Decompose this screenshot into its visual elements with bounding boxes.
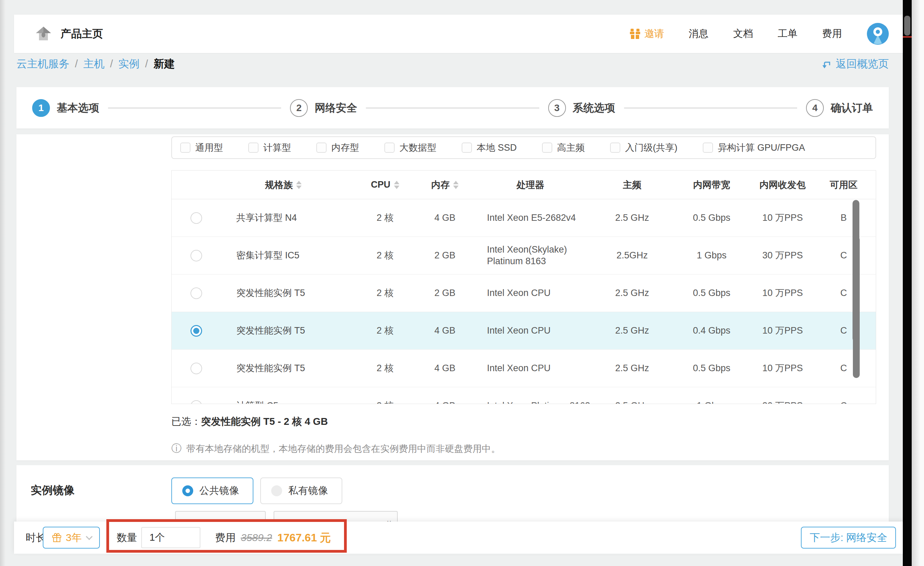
checkbox-icon[interactable]: [180, 142, 190, 153]
column-header[interactable]: 规格族: [221, 179, 346, 191]
image-type-option[interactable]: 公共镜像: [171, 478, 254, 504]
table-row[interactable]: 突发性能实例 T5 2 核 4 GB Intel Xeon CPU 2.5 GH…: [172, 312, 876, 350]
nav-messages[interactable]: 消息: [689, 27, 708, 41]
row-radio[interactable]: [190, 362, 202, 374]
table-row[interactable]: 突发性能实例 T5 2 核 4 GB Intel Xeon CPU 2.5 GH…: [172, 350, 876, 387]
spec-table-body: 共享计算型 N4 2 核 4 GB Intel Xeon E5-2682v4 2…: [172, 199, 876, 404]
page: 产品主页 邀请 消息 文档 工单 费用: [0, 0, 924, 566]
nav-billing[interactable]: 费用: [822, 27, 842, 41]
breadcrumb-row: 云主机服务 / 主机 / 实例 / 新建 返回概览页: [16, 54, 889, 74]
table-scrollbar-thumb[interactable]: [852, 200, 860, 342]
checkbox-icon[interactable]: [542, 142, 552, 153]
selected-summary: 已选：突发性能实例 T5 - 2 核 4 GB: [171, 415, 876, 428]
os-select-partial[interactable]: [175, 511, 266, 521]
filter-checkbox-item[interactable]: 大数据型: [384, 142, 436, 154]
sort-arrows-icon[interactable]: [394, 181, 399, 189]
column-header[interactable]: CPU: [346, 180, 424, 190]
step-indicator: 1 基本选项 2 网络安全 3 系统选项 4 确认订单: [16, 87, 889, 129]
filter-checkbox-item[interactable]: 计算型: [248, 142, 291, 154]
filter-checkbox-item[interactable]: 本地 SSD: [462, 142, 517, 154]
filter-checkbox-item[interactable]: 异构计算 GPU/FPGA: [703, 142, 805, 154]
column-header-label: 处理器: [517, 179, 544, 191]
cell-processor: Intel Xeon Platinum 8163: [465, 400, 596, 404]
row-radio[interactable]: [190, 287, 202, 299]
row-radio[interactable]: [190, 212, 202, 224]
avatar[interactable]: [867, 22, 889, 45]
duration-select[interactable]: 3年: [43, 527, 100, 548]
cell-spec-family: 突发性能实例 T5: [221, 362, 346, 374]
selected-summary-value: 突发性能实例 T5 - 2 核 4 GB: [201, 416, 328, 427]
checkbox-icon[interactable]: [610, 142, 620, 153]
cell-zone: B: [811, 212, 876, 224]
cell-pps: 10 万PPS: [754, 362, 811, 374]
filter-checkbox-item[interactable]: 入门级(共享): [610, 142, 678, 154]
cell-bandwidth: 1 Gbps: [669, 400, 754, 404]
browser-scrollbar-thumb[interactable]: [904, 16, 910, 36]
column-header-label: CPU: [371, 180, 390, 190]
row-radio[interactable]: [190, 325, 202, 337]
version-select-partial[interactable]: ..: [274, 511, 398, 521]
cell-memory: 4 GB: [424, 325, 465, 337]
column-header[interactable]: 内网收发包: [754, 179, 811, 191]
back-to-overview-link[interactable]: 返回概览页: [821, 57, 889, 71]
checkbox-icon[interactable]: [384, 142, 394, 153]
info-icon: ⓘ: [171, 442, 182, 455]
breadcrumb-current: 新建: [153, 57, 175, 71]
row-radio[interactable]: [190, 400, 202, 404]
quantity-input[interactable]: [141, 527, 200, 548]
table-row[interactable]: 计算型 C5 2 核 4 GB Intel Xeon Platinum 8163…: [172, 387, 876, 404]
spec-selection-card: 通用型 计算型 内存型 大数据型: [16, 134, 889, 460]
row-radio[interactable]: [190, 250, 202, 262]
column-header[interactable]: 主频: [596, 179, 669, 191]
cell-frequency: 2.5 GHz: [596, 362, 669, 374]
cell-zone: C: [811, 325, 876, 337]
column-header-label: 主频: [623, 179, 642, 191]
step-1-circle: 1: [32, 99, 50, 117]
step-1-label: 基本选项: [57, 101, 99, 115]
browser-scrollbar-track[interactable]: [903, 0, 912, 566]
table-row[interactable]: 密集计算型 IC5 2 核 2 GB Intel Xeon(Skylake) P…: [172, 237, 876, 274]
filter-checkbox-item[interactable]: 通用型: [180, 142, 223, 154]
sort-arrows-icon[interactable]: [453, 181, 459, 189]
filter-checkbox-item[interactable]: 高主频: [542, 142, 585, 154]
filter-label: 大数据型: [399, 142, 436, 154]
quantity-label: 数量: [117, 521, 137, 554]
checkbox-icon[interactable]: [316, 142, 327, 153]
checkbox-icon[interactable]: [462, 142, 472, 153]
sort-arrows-icon[interactable]: [296, 181, 302, 189]
cell-spec-family: 密集计算型 IC5: [221, 250, 346, 262]
back-to-overview-label: 返回概览页: [836, 57, 889, 71]
nav-tickets[interactable]: 工单: [778, 27, 798, 41]
filter-checkbox-item[interactable]: 内存型: [316, 142, 359, 154]
table-row[interactable]: 共享计算型 N4 2 核 4 GB Intel Xeon E5-2682v4 2…: [172, 199, 876, 237]
option-label: 私有镜像: [288, 484, 328, 498]
instance-image-label: 实例镜像: [31, 483, 75, 498]
breadcrumb-instance[interactable]: 实例: [118, 57, 140, 71]
breadcrumb-service[interactable]: 云主机服务: [16, 57, 69, 71]
column-header[interactable]: 内存: [424, 179, 465, 191]
cell-memory: 4 GB: [424, 400, 465, 404]
option-radio[interactable]: [271, 485, 282, 496]
cell-processor: Intel Xeon CPU: [465, 325, 596, 337]
filter-label: 计算型: [263, 142, 291, 154]
home-icon[interactable]: [35, 26, 52, 42]
image-type-option[interactable]: 私有镜像: [260, 478, 342, 504]
scrollbar-marker: [903, 36, 912, 37]
brand: 产品主页: [35, 26, 103, 42]
bottom-bar: 时长 3年 数量 费用 3589.2 1767.61 元 下一步: 网络安全: [14, 521, 903, 554]
table-row[interactable]: 突发性能实例 T5 2 核 2 GB Intel Xeon CPU 2.5 GH…: [172, 274, 876, 312]
column-header-label: 内存: [431, 179, 450, 191]
breadcrumb-host[interactable]: 主机: [84, 57, 105, 71]
column-header[interactable]: 可用区: [811, 179, 876, 191]
checkbox-icon[interactable]: [703, 142, 713, 153]
next-step-button[interactable]: 下一步: 网络安全: [801, 527, 896, 548]
nav-invite[interactable]: 邀请: [630, 27, 664, 41]
cell-frequency: 2.5 GHz: [596, 287, 669, 299]
nav-docs[interactable]: 文档: [733, 27, 753, 41]
checkbox-icon[interactable]: [248, 142, 258, 153]
cell-frequency: 2.5 GHz: [596, 400, 669, 404]
cell-frequency: 2.5GHz: [596, 250, 669, 262]
column-header[interactable]: 内网带宽: [669, 179, 754, 191]
option-radio[interactable]: [182, 485, 193, 496]
column-header[interactable]: 处理器: [465, 179, 596, 191]
